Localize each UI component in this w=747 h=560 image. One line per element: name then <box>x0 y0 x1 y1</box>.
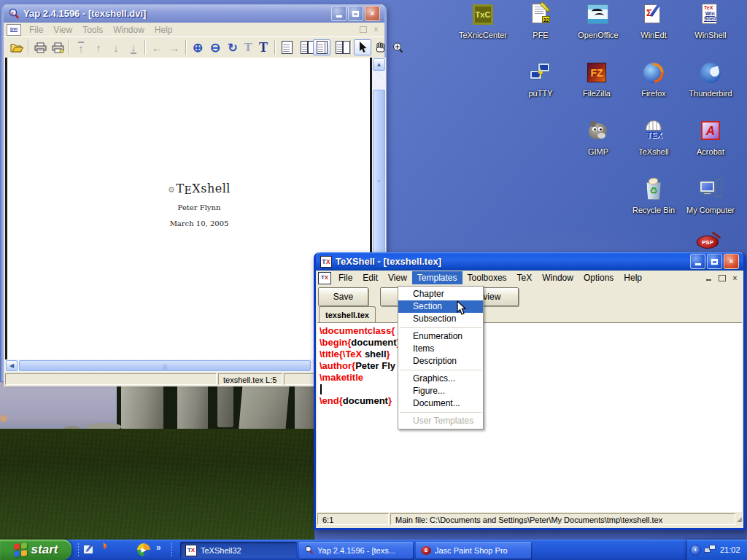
continuous-double-view-icon[interactable] <box>330 39 348 55</box>
quicklaunch-overflow-chevron[interactable]: » <box>156 542 161 553</box>
menu-item-document[interactable]: Document... <box>398 397 483 410</box>
resize-grip[interactable]: ◢ <box>737 516 742 523</box>
menu-file[interactable]: File <box>333 271 357 284</box>
menu-item-subsection[interactable]: Subsection <box>398 313 483 325</box>
yap-vscroll-thumb[interactable]: ≡ <box>373 90 385 272</box>
tab-texshell-tex[interactable]: texshell.tex <box>319 306 376 323</box>
menu-edit[interactable]: Edit <box>357 271 383 284</box>
print-icon[interactable] <box>31 39 49 55</box>
save-button[interactable]: Save <box>318 287 368 306</box>
hand-tool-icon[interactable] <box>371 39 389 55</box>
network-status-icon[interactable] <box>704 544 717 556</box>
putty-icon <box>528 61 553 86</box>
mdi-minimize-icon[interactable] <box>703 273 714 283</box>
menu-item-section[interactable]: Section <box>398 300 483 313</box>
desktop-icon-texshell[interactable]: TEX TeXshell <box>626 120 681 156</box>
desktop-icon-winedt[interactable]: Σ WinEdt <box>626 3 681 39</box>
code-line: \title{\TeX shell} <box>320 349 742 360</box>
gear-glyph-icon: ⚙ <box>168 185 175 195</box>
desktop-icon-openoffice[interactable]: OpenOffice <box>570 3 626 39</box>
texshell-minimize-button[interactable] <box>690 254 705 269</box>
yap-hscroll-thumb[interactable]: ||| <box>19 360 311 371</box>
menu-tex[interactable]: TeX <box>512 271 538 284</box>
back-icon[interactable]: ← <box>148 39 166 55</box>
code-editor[interactable]: \documentclass{ \begin{document} \title{… <box>317 322 742 513</box>
scroll-left-icon[interactable]: ◀ <box>6 360 18 371</box>
yap-menu-file[interactable]: File <box>24 23 48 36</box>
menu-item-description[interactable]: Description <box>398 355 483 368</box>
texshell-maximize-button[interactable] <box>707 254 722 269</box>
yap-window-title: Yap 2.4.1596 - [texshell.dvi] <box>23 8 331 19</box>
hide-tray-icons-chevron[interactable]: ‹ <box>690 545 701 556</box>
yap-maximize-button[interactable] <box>348 6 363 21</box>
texshell32-task-icon: TX <box>185 545 197 556</box>
dvi-page-content: ⚙TEXshell Peter Flynn March 10, 2005 <box>150 182 249 228</box>
yap-close-button[interactable]: × <box>365 6 380 21</box>
mdi-restore-icon[interactable] <box>716 273 727 283</box>
text-tool-icon[interactable]: T <box>255 39 272 55</box>
taskbar-button-paint-shop-pro[interactable]: 8 Jasc Paint Shop Pro <box>416 542 531 559</box>
taskbar-button-texshell32[interactable]: TX TeXShell32 <box>180 542 297 559</box>
desktop-icon-thunderbird[interactable]: Thunderbird <box>683 61 738 98</box>
next-page-icon[interactable]: ↓ <box>107 39 125 55</box>
desktop-icon-filezilla[interactable]: FZ FileZilla <box>569 61 624 98</box>
select-tool-icon[interactable] <box>354 39 371 55</box>
yap-menu-tools[interactable]: Tools <box>77 23 108 36</box>
desktop-icon-putty[interactable]: puTTY <box>513 61 568 98</box>
paint-shop-pro-desktop-icon[interactable]: PSP <box>695 234 723 253</box>
code-line: \end{document} <box>320 395 742 407</box>
menu-item-graphics[interactable]: Graphics... <box>398 373 483 385</box>
desktop-icon-firefox[interactable]: Firefox <box>626 61 681 98</box>
open-icon[interactable] <box>8 39 26 55</box>
double-page-view-icon[interactable] <box>295 39 313 55</box>
desktop-icon-winshell[interactable]: TeX WinShell WinShell <box>683 3 738 39</box>
menu-toolboxes[interactable]: Toolboxes <box>462 271 512 284</box>
yap-menu-window[interactable]: Window <box>108 23 150 36</box>
mdi-close-icon[interactable]: × <box>729 273 740 283</box>
yap-minimize-button[interactable] <box>331 6 347 21</box>
desktop-icon-recycle-bin[interactable]: ♻ Recycle Bin <box>626 178 681 214</box>
last-page-icon[interactable]: ↓ <box>125 39 142 55</box>
menu-item-enumeration[interactable]: Enumeration <box>398 330 483 343</box>
menu-templates[interactable]: Templates <box>412 271 462 284</box>
menu-item-figure[interactable]: Figure... <box>398 385 483 397</box>
desktop-icon-acrobat[interactable]: A Acrobat <box>683 120 738 156</box>
menu-help[interactable]: Help <box>619 271 647 284</box>
continuous-view-icon[interactable] <box>313 39 330 55</box>
forward-icon[interactable]: → <box>166 39 183 55</box>
yap-task-icon <box>304 545 314 555</box>
texshell-doc-icon: TX <box>318 272 331 284</box>
print-setup-icon[interactable] <box>49 39 66 55</box>
menu-item-chapter[interactable]: Chapter <box>398 288 483 300</box>
zoom-in-icon[interactable]: ⊕ <box>189 39 206 55</box>
first-page-icon[interactable]: ↑ <box>72 39 90 55</box>
desktop-icon-my-computer[interactable]: My Computer <box>683 178 738 214</box>
windows-flag-icon <box>14 542 28 558</box>
desktop-icon-pfe[interactable]: 32 PFE <box>513 3 568 39</box>
yap-menu-view[interactable]: View <box>48 23 77 36</box>
scroll-up-icon[interactable]: ▲ <box>373 58 385 71</box>
media-player-icon[interactable]: ▶ <box>137 543 150 556</box>
texshell-close-button[interactable]: × <box>724 254 739 269</box>
yap-titlebar[interactable]: d Yap 2.4.1596 - [texshell.dvi] × <box>4 4 384 23</box>
menu-view[interactable]: View <box>383 271 412 284</box>
desktop-icon-texniccenter[interactable]: TxC TeXnicCenter <box>455 3 511 39</box>
desktop-icon-gimp[interactable]: GIMP <box>570 120 626 156</box>
gimp-icon <box>586 120 611 144</box>
texshell-titlebar[interactable]: TX TeXShell - [texshell.tex] × <box>316 252 743 271</box>
zoom-out-icon[interactable]: ⊖ <box>206 39 224 55</box>
start-button[interactable]: start <box>0 540 71 560</box>
show-desktop-icon[interactable] <box>82 543 96 556</box>
previous-page-icon[interactable]: ↑ <box>90 39 107 55</box>
dvi-doc-author: Peter Flynn <box>150 203 249 211</box>
menu-options[interactable]: Options <box>578 271 619 284</box>
ruler-tool-icon[interactable]: T <box>241 39 255 55</box>
single-page-view-icon[interactable] <box>278 39 295 55</box>
taskbar-button-yap[interactable]: Yap 2.4.1596 - [texs... <box>299 542 413 559</box>
refresh-icon[interactable]: ↻ <box>224 39 241 55</box>
yap-menu-help[interactable]: Help <box>150 23 178 36</box>
yap-mdi-close-icon: × <box>371 25 382 34</box>
menu-window[interactable]: Window <box>537 271 578 284</box>
menu-item-items[interactable]: Items <box>398 343 483 355</box>
magnifier-tool-icon[interactable] <box>389 39 406 55</box>
